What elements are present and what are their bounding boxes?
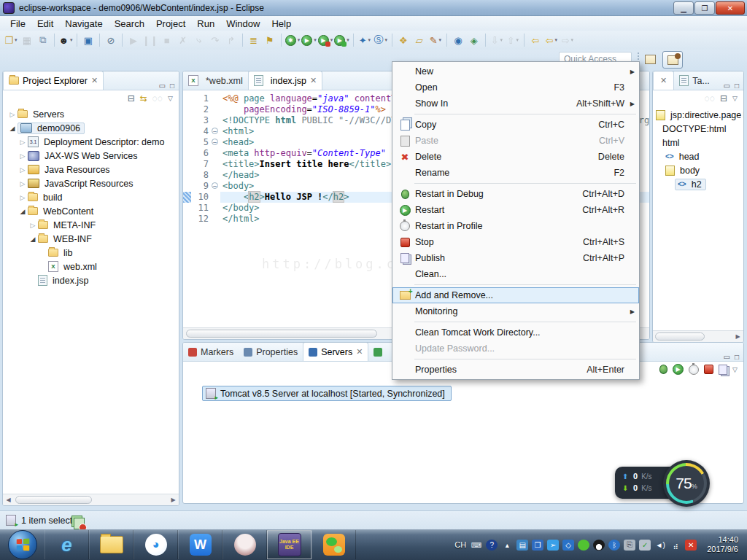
maximize-panel-icon[interactable]: □ (170, 82, 174, 90)
expand-arrow-icon[interactable]: ▷ (18, 194, 28, 201)
external-browser-icon[interactable]: ◈ (467, 32, 481, 48)
menu-item-stop[interactable]: StopCtrl+Alt+S (392, 234, 639, 250)
expand-arrow-icon[interactable]: ◢ (18, 208, 28, 215)
taskbar-wps-writer[interactable]: W (178, 530, 222, 559)
collapse-all-icon[interactable]: ⊟ (128, 93, 135, 104)
dropdown-arrow-icon[interactable]: ▾ (314, 37, 317, 43)
menu-item-add-and-remove[interactable]: Add and Remove... (392, 287, 639, 303)
editor-tab-index-jsp[interactable]: index.jsp✕ (248, 71, 323, 90)
minimize-panel-icon[interactable]: ▭ (724, 82, 730, 90)
tree-item-deployment-descriptor-demo[interactable]: ▷3.1Deployment Descriptor: demo (3, 135, 179, 149)
wechat-tray-icon[interactable] (578, 540, 589, 551)
taskbar-wechat[interactable] (311, 530, 356, 559)
link-with-editor-icon[interactable]: ⇆ (140, 93, 147, 104)
tree-item-web-inf[interactable]: ◢WEB-INF (3, 232, 179, 246)
keyboard-icon[interactable]: ⌨ (471, 540, 482, 551)
menu-run[interactable]: Run (191, 17, 220, 31)
highlight-pen-icon[interactable]: ✎▾ (428, 32, 443, 48)
stop-server-icon[interactable] (704, 365, 713, 374)
tab-servers[interactable]: Servers✕ (303, 342, 368, 361)
scroll-thumb[interactable] (186, 330, 377, 338)
menu-item-restart-in-profile[interactable]: Restart in Profile (392, 218, 639, 234)
menu-item-show-in[interactable]: Show InAlt+Shift+W▶ (392, 96, 639, 112)
scroll-left-icon[interactable]: ◀ (3, 497, 14, 503)
network-bars-icon[interactable]: ⣴ (670, 540, 681, 551)
maximize-panel-icon[interactable]: □ (735, 353, 739, 361)
outline-item-body[interactable]: body (653, 163, 743, 177)
outline-item-head[interactable]: <>head (653, 149, 743, 163)
outline-item-h2[interactable]: <>h2 (653, 177, 743, 191)
dropdown-arrow-icon[interactable]: ▾ (298, 37, 301, 43)
dropdown-arrow-icon[interactable]: ▾ (70, 37, 73, 43)
menu-window[interactable]: Window (220, 17, 266, 31)
clipboard-plug-icon[interactable]: ⎘ (624, 540, 635, 551)
editor-tab-web-xml[interactable]: X*web.xml (183, 71, 248, 90)
adsl-disconnected-icon[interactable]: ✕ (685, 540, 697, 551)
dropdown-arrow-icon[interactable]: ▾ (439, 37, 442, 43)
server-row-tomcat[interactable]: Tomcat v8.5 Server at localhost [Started… (202, 386, 452, 401)
scroll-thumb[interactable] (15, 496, 92, 504)
outline-item-html[interactable]: html (653, 136, 743, 149)
fold-minus-icon[interactable] (211, 181, 220, 192)
taskbar-start-button[interactable] (0, 530, 44, 559)
minimize-panel-icon[interactable]: ▭ (724, 353, 730, 361)
close-icon[interactable]: ✕ (310, 76, 317, 85)
taskbar-file-explorer[interactable] (89, 530, 133, 559)
qq-penguin-icon[interactable] (593, 540, 605, 551)
tree-item-meta-inf[interactable]: ▷META-INF (3, 218, 179, 232)
profile-server-icon[interactable] (689, 365, 699, 375)
close-icon[interactable]: ✕ (356, 347, 363, 357)
tab-properties[interactable]: Properties (239, 343, 303, 361)
user-account-icon[interactable]: ☻▾ (58, 32, 73, 48)
minimize-button[interactable]: ▁ (673, 1, 694, 15)
menu-file[interactable]: File (4, 17, 31, 31)
memory-usage-ball[interactable]: 75 % (663, 460, 710, 507)
mail-bird-icon[interactable]: ➢ (547, 540, 559, 551)
scroll-right-icon[interactable]: ▶ (732, 333, 743, 340)
start-server-icon[interactable]: ▶ (673, 364, 684, 375)
run-icon[interactable]: ▶▾ (301, 32, 317, 48)
publish-status-icon[interactable] (74, 518, 85, 529)
dropdown-arrow-icon[interactable]: ▾ (516, 37, 519, 43)
minimize-panel-icon[interactable]: ▭ (159, 82, 166, 90)
tab-outline[interactable]: ✕ (653, 71, 674, 90)
close-icon[interactable]: ✕ (660, 76, 667, 85)
menu-edit[interactable]: Edit (31, 17, 59, 31)
scroll-right-icon[interactable]: ▶ (168, 497, 179, 503)
outline-item-doctype-html[interactable]: DOCTYPE:html (653, 122, 743, 136)
last-edit-location-icon[interactable]: ⇦ (528, 32, 543, 48)
menu-project[interactable]: Project (150, 17, 191, 31)
menu-item-properties[interactable]: PropertiesAlt+Enter (392, 362, 639, 378)
expand-arrow-icon[interactable]: ▷ (18, 152, 28, 160)
tree-item-web-xml[interactable]: Xweb.xml (3, 260, 179, 273)
open-perspective-button[interactable] (640, 51, 659, 67)
menu-item-rename[interactable]: RenameF2 (392, 165, 639, 181)
web-browser-icon[interactable]: ◉ (451, 32, 465, 48)
tab-snippets[interactable] (368, 343, 387, 361)
menu-item-restart-in-debug[interactable]: Restart in DebugCtrl+Alt+D (392, 186, 639, 202)
tree-item-servers[interactable]: ▷Servers (3, 107, 179, 121)
new-web-wizard-icon[interactable]: ✦▾ (357, 32, 372, 48)
menu-item-clean[interactable]: Clean... (392, 266, 639, 282)
tree-item-java-resources[interactable]: ▷Java Resources (3, 163, 179, 176)
outline-hscrollbar[interactable]: ▶ (653, 330, 743, 342)
collapse-all-icon[interactable]: ⊟ (720, 93, 727, 104)
outline-item-jsp-directive-page[interactable]: jsp:directive.page langua (653, 108, 743, 122)
scroll-thumb[interactable] (655, 332, 705, 341)
dropdown-arrow-icon[interactable]: ▾ (571, 37, 574, 43)
taskbar-internet-explorer[interactable]: e (44, 530, 89, 559)
menu-item-monitoring[interactable]: Monitoring▶ (392, 303, 639, 319)
new-wizard-icon[interactable]: ❐▾ (4, 32, 18, 48)
tree-item-build[interactable]: ▷build (3, 190, 179, 204)
java-ee-perspective-button[interactable] (662, 51, 683, 69)
taskbar-qq-browser[interactable]: ◕ (133, 530, 178, 559)
expand-arrow-icon[interactable]: ◢ (7, 125, 18, 132)
menu-navigate[interactable]: Navigate (59, 17, 108, 31)
debug-server-icon[interactable] (659, 365, 667, 374)
menu-item-delete[interactable]: ✖DeleteDelete (392, 149, 639, 165)
pc-manager-shield-icon[interactable]: ◇ (562, 540, 574, 551)
close-icon[interactable]: ✕ (91, 76, 98, 85)
taskbar-messenger-avatar[interactable] (222, 530, 267, 559)
language-indicator[interactable]: CH (454, 540, 466, 549)
expand-arrow-icon[interactable]: ▷ (7, 111, 18, 118)
